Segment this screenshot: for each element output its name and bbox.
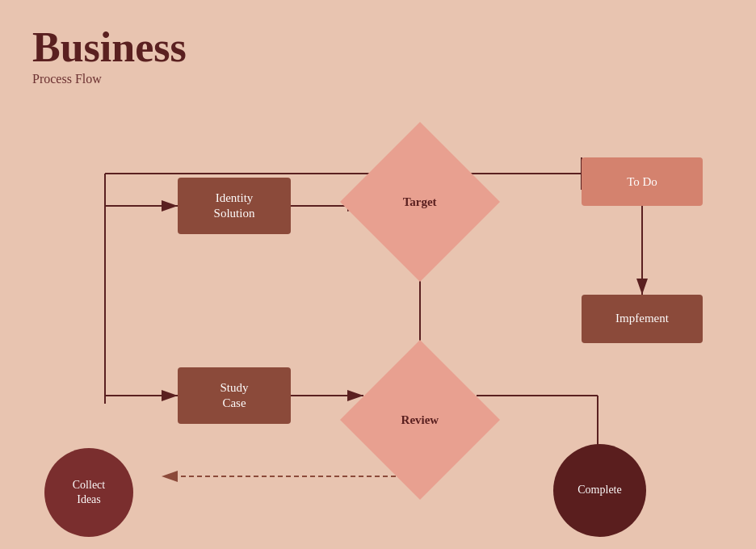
page: Business Process Flow [0,0,756,549]
identity-solution-node: Identity Solution [178,178,291,234]
review-node: Review [340,340,500,500]
todo-node: To Do [582,157,703,206]
implement-node: Impfement [582,295,703,343]
page-title: Business [32,24,724,70]
complete-node: Complete [553,444,646,537]
flowchart: Identity Solution Target To Do Impfement… [0,81,756,541]
study-case-node: Study Case [178,367,291,424]
collect-ideas-node: Collect Ideas [44,448,133,537]
target-node: Target [340,122,500,282]
